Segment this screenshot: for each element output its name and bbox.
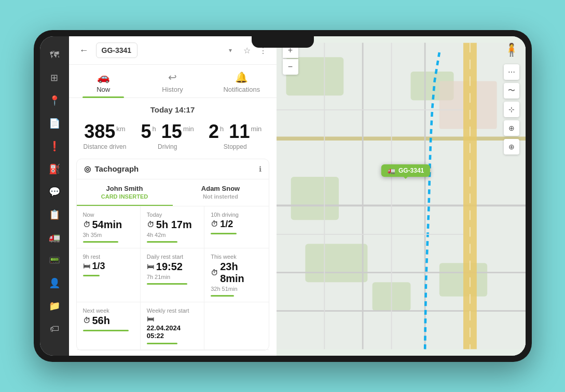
tab-now[interactable]: 🚗 Now — [69, 65, 138, 97]
stats-row: 385km Distance driven 5h 15min Driving 2… — [69, 121, 277, 159]
stopped-h-unit: h — [220, 125, 224, 133]
cell-bar-9hrest — [83, 275, 100, 276]
cell-sub-this-week: 32h 51min — [211, 286, 262, 292]
stat-driving: 5h 15min Driving — [141, 121, 194, 150]
vehicle-select-wrap: GG-3341 — [96, 43, 237, 58]
tacho-cell-10h: 10h driving ⏱ 1/2 — [204, 206, 268, 248]
cell-bar-daily-rest — [147, 283, 188, 285]
stat-driving-value: 5h 15min — [141, 121, 194, 142]
road-tool-button[interactable]: ⋯ — [504, 64, 519, 80]
distance-unit: km — [116, 125, 125, 133]
tacho-info-icon[interactable]: ℹ — [259, 165, 261, 173]
cell-label-this-week: This week — [211, 254, 262, 260]
location-icon[interactable]: 📍 — [44, 90, 65, 111]
svg-rect-4 — [305, 244, 367, 282]
cell-label-daily-rest: Daily rest start — [147, 254, 198, 260]
driver-name-1: Adam Snow — [178, 185, 264, 192]
bed-icon-9h: 🛏 — [83, 262, 90, 270]
folder-icon[interactable]: 📁 — [44, 296, 65, 316]
tab-history[interactable]: ↩ History — [138, 65, 207, 97]
driving-h-unit: h — [153, 125, 156, 133]
clock-icon-now: ⏱ — [83, 220, 90, 229]
star-button[interactable]: ☆ — [241, 44, 253, 58]
stats-datetime: Today 14:17 — [150, 105, 195, 114]
tacho-cell-this-week: This week ⏱ 23h 8min 32h 51min — [204, 248, 268, 302]
dashboard-icon[interactable]: ⊞ — [44, 67, 65, 88]
tablet-notch — [252, 36, 314, 48]
map-svg — [277, 36, 526, 356]
fuel-icon[interactable]: ⛽ — [44, 159, 65, 179]
cell-main-9hrest: 🛏 1/3 — [83, 261, 134, 272]
stat-distance-value: 385km — [84, 121, 127, 142]
report-icon[interactable]: 📋 — [44, 204, 65, 225]
cell-value-next-week: 56h — [92, 315, 110, 327]
clock-icon-nextweek: ⏱ — [83, 316, 90, 325]
weekly-rest-date: 22.04.2024 — [147, 324, 198, 332]
map-area: + − 🧍 ⋯ 〜 ⊹ ⊕ ⊕ 🚛 GG-3341 — [277, 36, 526, 356]
tab-history-label: History — [162, 86, 183, 93]
stat-stopped: 2h 11min Stopped — [209, 121, 261, 150]
tacho-cell-empty — [204, 302, 268, 350]
zoom-out-button[interactable]: − — [283, 59, 298, 75]
map-icon[interactable]: 🗺 — [44, 45, 65, 65]
cell-main-now: ⏱ 54min — [83, 219, 134, 231]
stopped-min-unit: min — [251, 125, 261, 133]
tacho-title-text: Tachograph — [95, 164, 139, 173]
cell-bar-now — [83, 241, 119, 243]
driver-tab-1[interactable]: Adam Snow Not insterted — [173, 179, 269, 206]
vehicle-icon[interactable]: 🚛 — [44, 227, 65, 248]
now-icon: 🚗 — [97, 71, 110, 83]
cell-label-10h: 10h driving — [211, 212, 262, 218]
cell-value-9hrest: 1/3 — [92, 261, 105, 272]
cell-sub-now: 3h 35m — [83, 232, 134, 238]
bed-icon-weekly: 🛏 — [147, 315, 154, 323]
panel-header: ← GG-3341 ☆ ⋮ — [69, 36, 277, 65]
locate-button[interactable]: ⊕ — [504, 139, 519, 155]
person-icon: 🧍 — [504, 43, 519, 57]
driving-label: Driving — [141, 143, 194, 150]
user-icon[interactable]: 👤 — [44, 273, 65, 293]
tab-notifications[interactable]: 🔔 Notifications — [207, 65, 276, 97]
cell-bar-today — [147, 241, 177, 243]
tag-icon[interactable]: 🏷 — [44, 318, 65, 339]
route-tool-button[interactable]: 〜 — [504, 83, 519, 99]
clock-icon-today: ⏱ — [147, 220, 154, 229]
alert-icon[interactable]: ❗ — [44, 136, 65, 157]
vehicle-select[interactable]: GG-3341 — [96, 43, 137, 58]
cell-label-weekly-rest: Weekly rest start — [147, 307, 198, 314]
tabs: 🚗 Now ↩ History 🔔 Notifications — [69, 65, 277, 98]
driver-status-1: Not insterted — [178, 193, 264, 200]
tab-notifications-label: Notifications — [223, 86, 260, 93]
tacho-title: ◎ Tachograph — [84, 164, 139, 174]
cell-label-next-week: Next week — [83, 307, 134, 314]
tacho-cell-next-week: Next week ⏱ 56h — [77, 302, 141, 350]
tablet-inner: 🗺 ⊞ 📍 📄 ❗ ⛽ 💬 📋 🚛 📟 👤 📁 🏷 ← GG-3341 — [40, 36, 526, 356]
clock-icon-thisweek: ⏱ — [211, 269, 218, 277]
distance-label: Distance driven — [84, 143, 127, 150]
cell-main-this-week: ⏱ 23h 8min — [211, 261, 262, 285]
cell-sub-today: 4h 42m — [147, 232, 198, 238]
cell-label-now: Now — [83, 212, 134, 218]
clock-icon-10h: ⏱ — [211, 220, 218, 228]
fullscreen-button[interactable]: ⊕ — [504, 120, 519, 136]
svg-rect-3 — [291, 177, 338, 220]
driver-tab-0[interactable]: John Smith CARD INSERTED — [77, 179, 173, 206]
cell-value-daily-rest: 19:52 — [156, 261, 183, 273]
cluster-tool-button[interactable]: ⊹ — [504, 102, 519, 117]
driver-name-0: John Smith — [82, 185, 168, 192]
tablet-frame: 🗺 ⊞ 📍 📄 ❗ ⛽ 💬 📋 🚛 📟 👤 📁 🏷 ← GG-3341 — [34, 30, 532, 362]
cell-main-today: ⏱ 5h 17m — [147, 219, 198, 231]
cell-bar-10h — [211, 233, 237, 234]
driving-min-unit: min — [183, 125, 194, 133]
chat-icon[interactable]: 💬 — [44, 181, 65, 202]
cell-value-10h: 1/2 — [220, 219, 233, 230]
tacho-header: ◎ Tachograph ℹ — [77, 159, 269, 179]
back-button[interactable]: ← — [76, 44, 92, 57]
device-icon[interactable]: 📟 — [44, 250, 65, 271]
tacho-icon: ◎ — [84, 164, 91, 174]
tacho-cell-now: Now ⏱ 54min 3h 35m — [77, 206, 141, 248]
document-icon[interactable]: 📄 — [44, 113, 65, 134]
tachograph-section: ◎ Tachograph ℹ John Smith CARD INSERTED … — [76, 159, 269, 351]
cell-label-today: Today — [147, 212, 198, 218]
map-controls-right: 🧍 ⋯ 〜 ⊹ ⊕ ⊕ — [504, 43, 519, 155]
